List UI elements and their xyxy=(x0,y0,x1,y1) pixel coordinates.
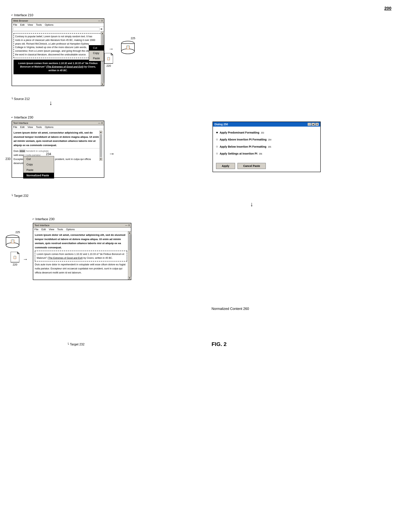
label-220-bot: 220 xyxy=(11,263,19,266)
radio-empty-icon-3[interactable]: ○ xyxy=(216,150,218,157)
drum-icon-bot: 📋 xyxy=(5,234,20,248)
svg-text:📋: 📋 xyxy=(107,57,110,60)
dialog-250-title: Dialog 250 xyxy=(214,123,228,126)
dialog-controls[interactable]: □ ■ ✕ xyxy=(308,123,319,126)
down-arrow-1: ↓ xyxy=(49,99,52,107)
doc-icon-bot: 📋 xyxy=(11,252,19,262)
menu3-tools[interactable]: Tools xyxy=(57,228,63,231)
arrow-bot-right: → xyxy=(23,256,28,262)
apply-button[interactable]: Apply xyxy=(216,163,235,169)
minimize-icon-top[interactable]: — xyxy=(98,122,100,124)
close-icon-bot[interactable]: X xyxy=(128,224,130,227)
radio-below-label: Apply Below Insertion Pt Formatting xyxy=(220,144,266,149)
radio-empty-icon-2[interactable]: ○ xyxy=(216,143,218,150)
label-225-top: 225 xyxy=(121,37,135,40)
highlighted-text-box: Lorem Ipsum comes from sections 1.10.32 … xyxy=(13,60,102,74)
label-225-bot: 225 xyxy=(5,231,20,234)
eye-icon: 👁 xyxy=(100,28,103,31)
ctx2-cut[interactable]: Cut xyxy=(23,156,54,162)
radio-filled-icon[interactable]: ● xyxy=(216,129,218,135)
svg-point-2 xyxy=(121,49,135,54)
fig-2-label: FIG. 2 xyxy=(212,341,227,347)
close-icon-top[interactable]: X xyxy=(101,122,103,124)
web-browser-menubar[interactable]: File Edit View Tools Options xyxy=(12,23,104,27)
target-232-bot-label: └ Target 232 xyxy=(67,342,84,346)
menu2-tools[interactable]: Tools xyxy=(36,126,42,128)
scrollbar-bot[interactable]: ▲ ▼ xyxy=(128,231,131,280)
scroll-down[interactable]: ▼ xyxy=(101,82,104,86)
dialog-button-row: Apply Cancel Paste xyxy=(213,163,320,172)
ctx2-paste[interactable]: Paste xyxy=(23,167,54,173)
menu3-file[interactable]: File xyxy=(34,228,39,231)
dialog-minimize[interactable]: □ xyxy=(308,123,311,126)
scroll-down-top[interactable]: ▼ xyxy=(99,158,102,161)
ctx2-normalized-paste[interactable]: Normalized Paste xyxy=(23,173,54,178)
web-browser-body-text: Contrary to popular belief, Lorem Ipsum … xyxy=(15,35,101,57)
window-controls[interactable]: — X xyxy=(98,19,103,22)
context-menu-2[interactable]: Cut Copy Paste Normalized Paste xyxy=(23,156,54,178)
minimize-icon-bot[interactable]: — xyxy=(125,224,128,227)
scroll-up-bot[interactable]: ▲ xyxy=(128,231,131,234)
context-menu[interactable]: Cut Copy Paste xyxy=(89,45,104,61)
radio-above[interactable]: ○ Apply Above Insertion Pt Formatting254 xyxy=(216,136,317,142)
text-interface-bot-titlebar: Text Interface — X xyxy=(33,223,131,228)
radio-above-label: Apply Above Insertion Pt Formatting xyxy=(220,137,266,142)
menu2-edit[interactable]: Edit xyxy=(20,126,25,128)
interface-230-top-label: ⌐ Interface 230 xyxy=(11,115,33,120)
context-cut[interactable]: Cut xyxy=(89,45,104,51)
menu3-edit[interactable]: Edit xyxy=(42,228,46,231)
scroll-down-bot[interactable]: ▼ xyxy=(128,277,131,280)
menu-file[interactable]: File xyxy=(13,23,17,26)
radio-predominant[interactable]: ● Apply Predominant Formatting253 xyxy=(216,129,317,135)
address-input[interactable]: http://www.facts-online.com xyxy=(13,27,99,31)
minimize-icon[interactable]: — xyxy=(98,19,100,22)
sup-256: 256 xyxy=(259,152,262,156)
text-interface-bot-menubar[interactable]: File Edit View Tools Options xyxy=(33,228,131,231)
svg-text:📋: 📋 xyxy=(13,255,17,259)
selected-text-area: Contrary to popular belief, Lorem Ipsum … xyxy=(13,33,102,58)
web-browser-window: Web Browser — X File Edit View Tools Opt… xyxy=(12,18,104,86)
text-interface-top-controls[interactable]: — X xyxy=(98,122,103,124)
menu3-view[interactable]: View xyxy=(49,228,54,231)
menu-edit[interactable]: Edit xyxy=(20,23,25,26)
radio-predominant-label: Apply Predominant Formatting xyxy=(220,130,259,135)
web-browser-content: Contrary to popular belief, Lorem Ipsum … xyxy=(12,32,104,86)
text-interface-bot-controls[interactable]: — X xyxy=(125,224,130,227)
menu2-options[interactable]: Options xyxy=(45,126,53,128)
dialog-body: ● Apply Predominant Formatting253 ○ Appl… xyxy=(213,127,320,160)
text-interface-bot-title: Text Interface xyxy=(34,224,49,227)
context-copy[interactable]: Copy xyxy=(89,51,104,56)
radio-empty-icon-1[interactable]: ○ xyxy=(216,136,218,142)
svg-point-8 xyxy=(6,243,19,248)
ctx2-copy[interactable]: Copy xyxy=(23,162,54,167)
dialog-maximize[interactable]: ■ xyxy=(312,123,315,126)
context-paste[interactable]: Paste xyxy=(89,56,104,61)
menu-view[interactable]: View xyxy=(28,23,33,26)
radio-below[interactable]: ○ Apply Below Insertion Pt Formatting255 xyxy=(216,143,317,150)
scroll-thumb-top[interactable] xyxy=(99,134,102,157)
scrollbar-right-top[interactable]: ▲ ▼ xyxy=(99,131,102,165)
menu2-view[interactable]: View xyxy=(28,126,33,128)
menu3-options[interactable]: Options xyxy=(66,228,75,231)
scroll-up[interactable]: ▲ xyxy=(101,32,104,35)
close-icon[interactable]: X xyxy=(101,19,103,22)
text-interface-top-titlebar: Text Interface — X xyxy=(12,121,104,125)
source-212-label: └ Source 212 xyxy=(11,97,30,101)
text-interface-bot-window: Text Interface — X File Edit View Tools … xyxy=(33,223,131,280)
page-number: 200 xyxy=(384,6,391,11)
web-browser-title: Web Browser xyxy=(13,19,28,22)
scroll-thumb-bot[interactable] xyxy=(128,235,131,250)
cancel-paste-button[interactable]: Cancel Paste xyxy=(237,163,266,169)
radio-settings[interactable]: ○ Apply Settings at Insertion Pt256 xyxy=(216,150,317,157)
menu-tools[interactable]: Tools xyxy=(36,23,42,26)
svg-text:📋: 📋 xyxy=(126,45,130,50)
label-220-top: 220 xyxy=(104,64,113,67)
interface-230-bot-label: ⌐ Interface 230 xyxy=(32,217,54,221)
menu-options[interactable]: Options xyxy=(45,23,53,26)
norm-content-label: Normalized Content 260 xyxy=(212,307,249,311)
menu2-file[interactable]: File xyxy=(13,126,17,128)
dialog-close[interactable]: ✕ xyxy=(315,123,319,126)
text-interface-top-menubar[interactable]: File Edit View Tools Options xyxy=(12,125,104,129)
scroll-up-top[interactable]: ▲ xyxy=(99,131,102,134)
after-insert-text: Duis aute irure dolor in reprehenderit i… xyxy=(35,263,127,275)
